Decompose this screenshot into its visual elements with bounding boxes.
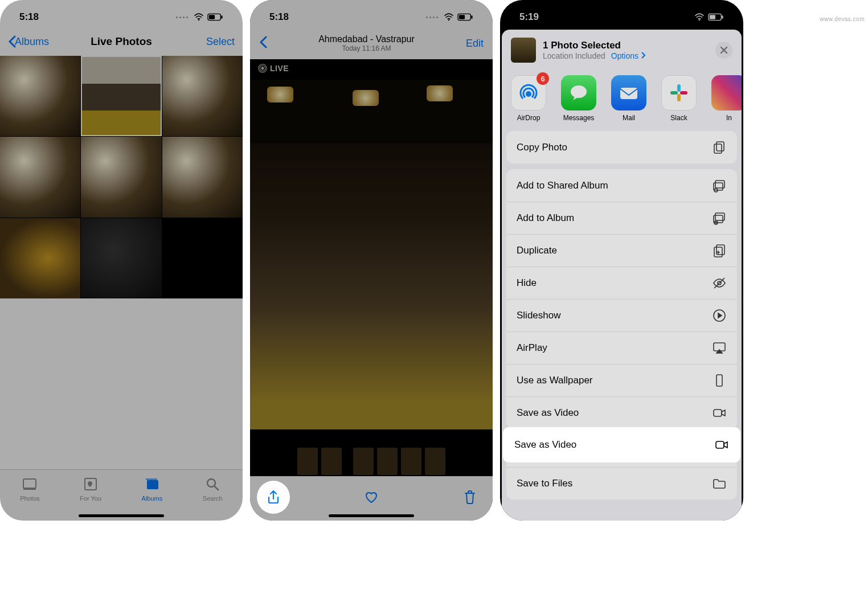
app-airdrop[interactable]: 6 AirDrop	[511, 75, 546, 122]
photo-thumb[interactable]	[162, 56, 243, 136]
close-button[interactable]	[715, 42, 732, 59]
edit-button[interactable]: Edit	[466, 38, 484, 50]
svg-rect-13	[471, 15, 472, 19]
save-as-video-highlight[interactable]: Save as Video	[504, 428, 739, 461]
app-label: Mail	[623, 114, 635, 122]
share-apps-row[interactable]: 6 AirDrop Messages Mail Slack In	[502, 72, 742, 131]
action-add-shared-album[interactable]: Add to Shared Album	[506, 169, 737, 202]
svg-point-17	[699, 19, 700, 21]
svg-point-14	[261, 67, 264, 70]
badge-count: 6	[537, 72, 549, 85]
nav-title-area: Ahmedabad - Vastrapur Today 11:16 AM	[318, 34, 415, 52]
app-label: Slack	[670, 114, 687, 122]
app-slack[interactable]: Slack	[661, 75, 697, 122]
back-label: Albums	[15, 36, 49, 48]
status-right	[176, 13, 223, 21]
watermark: www.devas.com	[820, 16, 865, 22]
action-add-album[interactable]: Add to Album	[506, 202, 737, 234]
filmstrip[interactable]	[250, 448, 493, 475]
tab-search[interactable]: Search	[203, 476, 223, 502]
share-header: 1 Photo Selected Location Included Optio…	[502, 38, 742, 72]
svg-rect-4	[23, 479, 36, 488]
tab-photos[interactable]: Photos	[20, 476, 39, 502]
back-button[interactable]: Albums	[8, 35, 49, 48]
screen-share-sheet: 5:19 1 Photo Selected Location Included …	[500, 0, 743, 521]
svg-rect-25	[670, 91, 678, 95]
tab-label: Photos	[20, 495, 39, 502]
svg-point-9	[207, 479, 215, 487]
tab-albums[interactable]: Albums	[142, 476, 163, 502]
share-button-highlight[interactable]	[257, 481, 290, 514]
album-icon	[712, 211, 727, 226]
play-icon	[712, 308, 727, 323]
photo-thumb[interactable]	[0, 56, 80, 136]
live-label: LIVE	[270, 64, 289, 73]
status-bar: 5:18	[250, 0, 493, 27]
svg-rect-36	[716, 245, 724, 255]
action-save-as-video[interactable]: Save as Video	[506, 396, 737, 429]
home-indicator[interactable]	[79, 514, 164, 517]
app-mail[interactable]: Mail	[611, 75, 646, 122]
photo-viewer[interactable]	[250, 80, 493, 429]
home-indicator[interactable]	[329, 514, 414, 517]
action-save-to-files[interactable]: Save to Files	[506, 467, 737, 500]
header-thumbnail	[511, 38, 536, 63]
action-duplicate[interactable]: Duplicate	[506, 234, 737, 267]
photo-thumb-selected[interactable]	[81, 56, 161, 136]
select-button[interactable]: Select	[206, 36, 235, 48]
shared-album-icon	[712, 178, 727, 193]
svg-point-22	[571, 85, 587, 98]
copy-icon	[712, 140, 727, 155]
action-hide[interactable]: Hide	[506, 267, 737, 299]
photo-thumb[interactable]	[0, 218, 80, 298]
video-icon	[712, 406, 727, 420]
timestamp: Today 11:16 AM	[318, 44, 415, 52]
action-slideshow[interactable]: Slideshow	[506, 299, 737, 331]
app-messages[interactable]: Messages	[561, 75, 596, 122]
svg-point-10	[448, 19, 449, 21]
svg-rect-28	[716, 142, 724, 151]
svg-rect-42	[714, 410, 722, 416]
action-copy-photo[interactable]: Copy Photo	[506, 131, 737, 163]
app-label: In	[726, 114, 732, 122]
tab-bar: Photos For You Albums Search	[0, 469, 243, 521]
back-button[interactable]	[259, 36, 267, 51]
duplicate-icon	[712, 243, 727, 258]
location-title: Ahmedabad - Vastrapur	[318, 34, 415, 44]
video-icon	[714, 437, 729, 452]
screen-album-grid: 5:18 Albums Live Photos Select Photos	[0, 0, 243, 521]
tab-for-you[interactable]: For You	[80, 476, 101, 502]
svg-rect-2	[209, 15, 215, 19]
svg-rect-19	[710, 15, 715, 19]
tab-label: For You	[80, 495, 101, 502]
action-airplay[interactable]: AirPlay	[506, 331, 737, 364]
nav-bar: Albums Live Photos Select	[0, 27, 243, 56]
action-wallpaper[interactable]: Use as Wallpaper	[506, 364, 737, 396]
options-button[interactable]: Options	[611, 51, 645, 60]
svg-rect-5	[23, 488, 36, 490]
phone-icon	[712, 373, 727, 388]
airplay-icon	[712, 341, 727, 355]
photo-thumb[interactable]	[162, 137, 243, 217]
status-time: 5:18	[269, 11, 289, 23]
status-bar: 5:18	[0, 0, 243, 27]
app-instagram[interactable]: In	[711, 75, 742, 122]
screen-photo-detail: 5:18 Ahmedabad - Vastrapur Today 11:16 A…	[250, 0, 493, 521]
photo-thumb[interactable]	[81, 218, 161, 298]
heart-icon[interactable]	[363, 489, 379, 507]
svg-rect-12	[459, 15, 465, 19]
svg-rect-3	[221, 15, 222, 19]
trash-icon[interactable]	[462, 489, 478, 507]
app-label: AirDrop	[517, 114, 541, 122]
wifi-icon	[194, 13, 204, 21]
svg-rect-23	[620, 88, 637, 99]
wifi-icon	[694, 13, 705, 21]
tab-label: Albums	[142, 495, 163, 502]
battery-icon	[207, 13, 223, 21]
photo-thumb[interactable]	[81, 137, 161, 217]
wifi-icon	[444, 13, 454, 21]
slack-icon	[668, 82, 690, 104]
status-time: 5:18	[19, 11, 39, 23]
photo-thumb[interactable]	[0, 137, 80, 217]
header-title: 1 Photo Selected	[543, 40, 645, 51]
